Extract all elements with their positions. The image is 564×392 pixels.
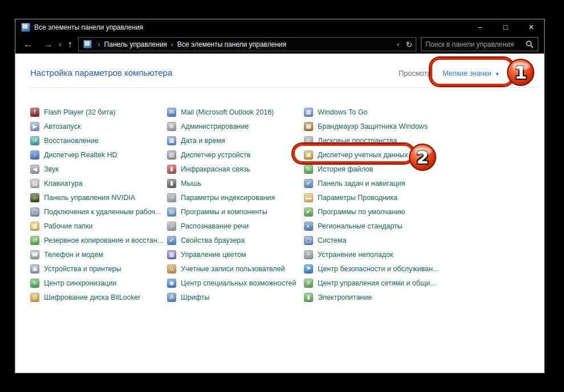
item-security-and-maintenance[interactable]: ⚑Центр безопасности и обслуживан...	[304, 262, 440, 276]
item-speech-recognition[interactable]: ♪Распознавание речи	[167, 219, 303, 233]
item-keyboard[interactable]: ▤Клавиатура	[30, 176, 166, 190]
taskbar-and-navigation-icon: ✔	[304, 179, 313, 188]
breadcrumb-control-panel[interactable]: Панель управления	[104, 40, 167, 48]
item-mail[interactable]: ✉Mail (Microsoft Outlook 2016)	[167, 105, 303, 119]
file-history-icon: ↻	[304, 165, 313, 174]
security-and-maintenance-icon: ⚑	[304, 264, 313, 273]
item-color-management[interactable]: ▦Управление цветом	[167, 247, 303, 262]
item-infrared[interactable]: ▮Инфракрасная связь	[167, 162, 303, 176]
item-label: Диспетчер устройств	[181, 151, 250, 159]
default-programs-icon: ✔	[304, 207, 313, 217]
window-title: Все элементы панели управления	[34, 23, 143, 31]
search-icon[interactable]	[526, 40, 534, 48]
items-column-2: ✉Mail (Microsoft Outlook 2016)⚙Администр…	[167, 105, 303, 304]
item-label: Параметры Проводника	[318, 194, 397, 202]
item-label: Автозапуск	[44, 122, 80, 130]
item-windows-to-go[interactable]: ▦Windows To Go	[304, 105, 440, 119]
item-work-folders[interactable]: ▦Рабочие папки	[30, 219, 166, 233]
refresh-icon[interactable]: ↻	[405, 40, 412, 49]
item-realtek-hd-manager[interactable]: ♪Диспетчер Realtek HD	[30, 148, 166, 162]
item-label: Звук	[44, 165, 59, 173]
item-label: История файлов	[318, 165, 373, 173]
item-date-and-time[interactable]: ▦Дата и время	[167, 133, 303, 148]
item-taskbar-and-navigation[interactable]: ✔Панель задач и навигация	[304, 176, 440, 190]
history-chevron-icon[interactable]: ∨	[58, 42, 62, 47]
item-network-and-sharing-center[interactable]: #Центр управления сетями и общи...	[304, 276, 440, 290]
item-indexing-options[interactable]: ○Параметры индексирования	[167, 190, 303, 205]
item-file-explorer-options[interactable]: ▬Параметры Проводника	[304, 190, 440, 205]
item-internet-options[interactable]: ✔Свойства браузера	[167, 233, 303, 247]
address-dropdown-chevron-icon[interactable]: ∨	[396, 42, 400, 47]
maximize-button[interactable]: □	[493, 19, 518, 35]
bitlocker-drive-encryption-icon: B	[30, 293, 39, 302]
recovery-icon: ↺	[30, 136, 39, 145]
item-administrative-tools[interactable]: ⚙Администрирование	[167, 119, 303, 133]
item-label: Региональные стандарты	[318, 222, 403, 230]
breadcrumb-separator: ›	[98, 40, 100, 48]
item-device-manager[interactable]: ▥Диспетчер устройств	[167, 148, 303, 162]
phone-and-modem-icon: ☎	[30, 250, 39, 259]
item-label: Восстановление	[44, 137, 99, 145]
user-accounts-icon: ☺	[167, 264, 176, 273]
date-and-time-icon: ▦	[167, 136, 176, 145]
window-controls: – □ ×	[467, 19, 544, 35]
search-box[interactable]	[421, 37, 538, 51]
item-recovery[interactable]: ↺Восстановление	[30, 133, 166, 148]
item-troubleshooting[interactable]: +Устранение неполадок	[304, 247, 440, 262]
item-label: Телефон и модем	[44, 251, 103, 259]
control-panel-window: Все элементы панели управления – □ × ← →…	[15, 19, 545, 373]
item-power-options[interactable]: ▮Электропитание	[304, 290, 440, 304]
back-button[interactable]: ←	[23, 39, 33, 49]
item-region[interactable]: ◐Региональные стандарты	[304, 219, 440, 233]
search-input[interactable]	[425, 40, 526, 48]
item-windows-defender-firewall[interactable]: ▩Брандмауэр Защитника Windows	[304, 119, 440, 133]
autoplay-icon: ▶	[30, 122, 39, 131]
item-sound[interactable]: ◀Звук	[30, 162, 166, 176]
mail-icon: ✉	[167, 108, 176, 117]
windows-to-go-icon: ▦	[304, 108, 313, 117]
close-button[interactable]: ×	[518, 19, 544, 35]
color-management-icon: ▦	[167, 250, 176, 259]
item-autoplay[interactable]: ▶Автозапуск	[30, 119, 166, 133]
divider	[30, 87, 539, 88]
sound-icon: ◀	[30, 165, 39, 174]
internet-options-icon: ✔	[167, 236, 176, 245]
item-devices-and-printers[interactable]: ▣Устройства и принтеры	[30, 262, 166, 276]
item-sync-center[interactable]: ↻Центр синхронизации	[30, 276, 166, 290]
titlebar[interactable]: Все элементы панели управления – □ ×	[15, 19, 544, 35]
item-default-programs[interactable]: ✔Программы по умолчанию	[304, 205, 440, 219]
item-label: Шифрование диска BitLocker	[44, 293, 140, 301]
item-phone-and-modem[interactable]: ☎Телефон и модем	[30, 247, 166, 262]
item-label: Инфракрасная связь	[181, 165, 250, 173]
item-label: Панель управления NVIDIA	[44, 194, 135, 202]
minimize-button[interactable]: –	[467, 19, 493, 35]
view-label: Просмотр:	[399, 70, 433, 77]
ease-of-access-center-icon: ◉	[167, 279, 176, 288]
address-bar[interactable]: › Панель управления › Все элементы панел…	[78, 37, 417, 51]
breadcrumb-all-items[interactable]: Все элементы панели управления	[177, 40, 286, 48]
item-label: Центр специальных возможностей	[181, 279, 296, 287]
item-label: Дата и время	[181, 137, 225, 145]
item-mouse[interactable]: ▮Мышь	[167, 176, 303, 190]
item-label: Диспетчер Realtek HD	[44, 151, 117, 159]
desktop: Все элементы панели управления – □ × ← →…	[0, 0, 564, 392]
item-label: Резервное копирование и восстан...	[44, 236, 163, 244]
item-user-accounts[interactable]: ☺Учетные записи пользователей	[167, 262, 303, 276]
item-backup-and-restore[interactable]: ↺Резервное копирование и восстан...	[30, 233, 166, 247]
item-remote-desktop-connections[interactable]: ▢Подключения к удаленным рабоч...	[30, 205, 166, 219]
item-flash-player[interactable]: fFlash Player (32 бита)	[30, 105, 166, 119]
item-nvidia-control-panel[interactable]: ◉Панель управления NVIDIA	[30, 190, 166, 205]
up-button[interactable]: ↑	[68, 39, 72, 50]
item-bitlocker-drive-encryption[interactable]: BШифрование диска BitLocker	[30, 290, 166, 304]
breadcrumb-separator: ›	[171, 40, 173, 48]
item-programs-and-features[interactable]: ◎Программы и компоненты	[167, 205, 303, 219]
forward-button[interactable]: →	[43, 39, 53, 49]
flash-player-icon: f	[30, 108, 39, 117]
item-system[interactable]: ▢Система	[304, 233, 440, 247]
items-column-3: ▦Windows To Go▩Брандмауэр Защитника Wind…	[304, 105, 440, 304]
infrared-icon: ▮	[167, 165, 176, 174]
items-column-1: fFlash Player (32 бита)▶Автозапуск↺Восст…	[30, 105, 166, 304]
item-ease-of-access-center[interactable]: ◉Центр специальных возможностей	[167, 276, 303, 290]
item-fonts[interactable]: AШрифты	[167, 290, 303, 304]
backup-and-restore-icon: ↺	[30, 236, 39, 245]
